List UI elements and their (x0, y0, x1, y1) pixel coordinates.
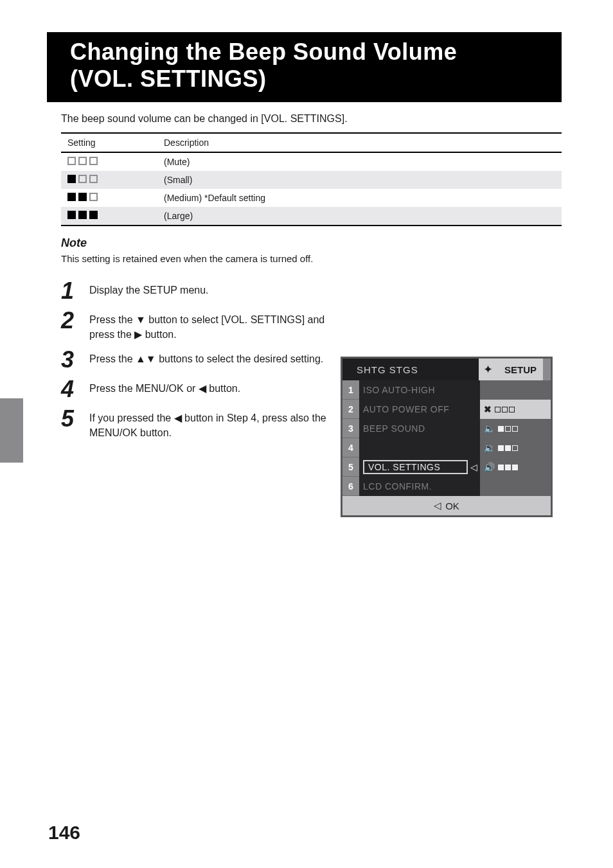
step-3: 3 Press the ▲▼ buttons to select the des… (61, 348, 351, 371)
step-text: Press the MENU/OK or ◀ button. (89, 378, 240, 396)
left-triangle-icon: ◀ (174, 412, 182, 423)
step-text: Press the ▲▼ buttons to select the desir… (89, 348, 323, 366)
note-block: Note This setting is retained even when … (61, 236, 562, 265)
desc-mute: (Mute) (157, 152, 562, 171)
step-5: 5 If you pressed the ◀ button in Step 4,… (61, 407, 351, 440)
camera-screenshot: SHTG STGS ✦ SETUP 1 2 3 4 5 6 ISO AUTO-H… (341, 357, 553, 517)
down-triangle-icon: ▼ (136, 314, 146, 325)
menu-list: ISO AUTO-HIGH AUTO POWER OFF BEEP SOUND … (359, 380, 480, 496)
heading-line1: Changing the Beep Sound Volume (70, 39, 457, 65)
menu-item: ISO AUTO-HIGH (363, 385, 480, 395)
wrench-icon: ✦ (479, 359, 498, 380)
value-list: ✖ 🔈 🔉 🔊 (480, 380, 551, 496)
step-4: 4 Press the MENU/OK or ◀ button. (61, 378, 351, 401)
menu-item: BEEP SOUND (363, 423, 480, 434)
page-number: 146 (48, 822, 80, 844)
value-high: 🔊 (480, 457, 551, 477)
step-num: 3 (61, 348, 80, 371)
menu-numbers: 1 2 3 4 5 6 (342, 380, 359, 496)
table-head-setting: Setting (61, 133, 157, 152)
setting-mute (61, 152, 157, 171)
step-2: 2 Press the ▼ button to select [VOL. SET… (61, 309, 351, 342)
settings-table: Setting Description (Mute) (Small) (Medi… (61, 132, 562, 226)
left-arrow-icon: ◁ (470, 462, 481, 472)
side-tab (0, 398, 23, 463)
speaker-med-icon: 🔉 (484, 443, 495, 453)
step-num: 5 (61, 407, 80, 430)
speaker-low-icon: 🔈 (484, 423, 495, 434)
value-med: 🔉 (480, 438, 551, 457)
note-body: This setting is retained even when the c… (61, 252, 562, 265)
step-num: 1 (61, 279, 80, 303)
value-mute: ✖ (480, 400, 551, 419)
note-head: Note (61, 236, 562, 250)
menu-item-selected: VOL. SETTINGS (363, 460, 468, 474)
section-heading: Changing the Beep Sound Volume (VOL. SET… (61, 32, 562, 102)
desc-large: (Large) (157, 207, 562, 226)
step-text: Press the ▼ button to select [VOL. SETTI… (89, 309, 351, 342)
setting-large (61, 207, 157, 226)
right-triangle-icon: ▶ (134, 329, 142, 340)
step-num: 2 (61, 309, 80, 332)
mute-icon: ✖ (484, 404, 492, 414)
step-text: Display the SETUP menu. (89, 279, 209, 297)
left-hollow-triangle-icon: ◁ (434, 500, 441, 511)
tab-stripe (543, 359, 551, 380)
cam-ok-bar: ◁ OK (342, 496, 551, 515)
ok-label: OK (445, 500, 459, 511)
up-down-triangle-icon: ▲▼ (136, 353, 156, 364)
setting-small (61, 171, 157, 189)
left-triangle-icon: ◀ (199, 383, 206, 394)
heading-tab (47, 32, 61, 102)
table-head-desc: Description (157, 133, 562, 152)
intro-text: The beep sound volume can be changed in … (61, 111, 562, 126)
speaker-high-icon: 🔊 (484, 462, 495, 472)
desc-medium: (Medium) *Default setting (157, 189, 562, 207)
tab-shtg: SHTG STGS (342, 359, 479, 380)
setting-medium (61, 189, 157, 207)
tab-setup: SETUP (498, 359, 543, 380)
step-1: 1 Display the SETUP menu. (61, 279, 351, 303)
step-num: 4 (61, 378, 80, 401)
heading-line2: (VOL. SETTINGS) (70, 66, 267, 92)
menu-item: LCD CONFIRM. (363, 481, 480, 492)
menu-item: AUTO POWER OFF (363, 404, 480, 414)
step-text: If you pressed the ◀ button in Step 4, p… (89, 407, 351, 440)
desc-small: (Small) (157, 171, 562, 189)
value-low: 🔈 (480, 419, 551, 438)
